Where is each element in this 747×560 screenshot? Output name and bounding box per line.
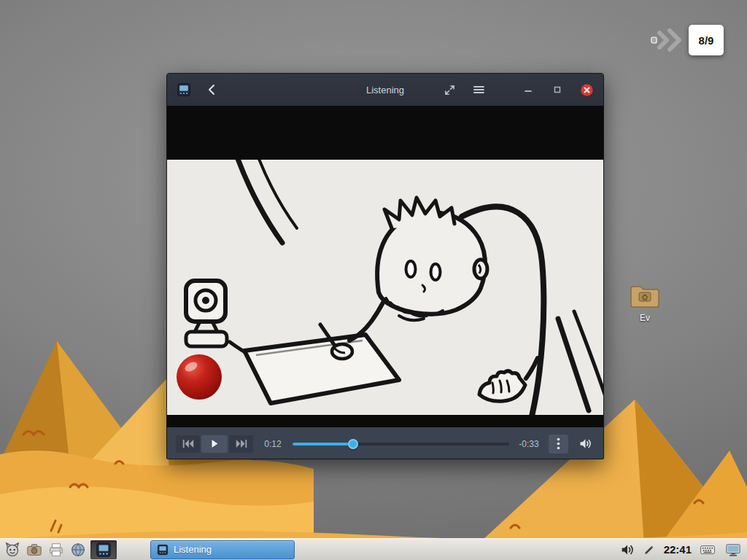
taskbar-launchers (3, 540, 117, 559)
globe-icon (70, 542, 86, 558)
taskbar: Listening 22:41 (0, 538, 747, 560)
printer-icon (48, 542, 64, 558)
elapsed-time: 0:12 (260, 439, 285, 449)
desktop[interactable]: 8/9 Ev (0, 0, 747, 560)
slider-track (293, 443, 509, 446)
back-icon (206, 84, 217, 96)
previous-button[interactable] (176, 435, 200, 453)
browser-app-button[interactable] (69, 540, 88, 559)
next-button[interactable] (229, 435, 253, 453)
pen-icon (644, 544, 655, 555)
restore-button[interactable] (549, 82, 565, 98)
media-player-icon (96, 542, 112, 558)
fullscreen-icon (444, 85, 455, 96)
app-icon (176, 82, 192, 98)
camera-app-button[interactable] (25, 540, 44, 559)
close-icon (581, 84, 593, 96)
overflow-icon (557, 438, 560, 450)
tray-pen-button[interactable] (643, 540, 657, 559)
folder-icon (629, 283, 661, 311)
camera-icon (26, 542, 42, 558)
back-button[interactable] (204, 82, 220, 98)
tray-volume-button[interactable] (619, 540, 636, 559)
tray-display-button[interactable] (724, 540, 743, 559)
tray-keyboard-button[interactable] (698, 540, 717, 559)
close-button[interactable] (578, 82, 595, 98)
restore-icon (553, 85, 562, 94)
media-player-window: Listening (166, 73, 604, 459)
next-icon (235, 439, 248, 448)
volume-button[interactable] (576, 435, 595, 454)
step-indicator: 8/9 (651, 25, 724, 55)
menu-icon (473, 85, 484, 94)
system-tray: 22:41 (619, 540, 744, 559)
media-player-icon (157, 544, 169, 556)
slider-handle[interactable] (348, 439, 358, 449)
overflow-button[interactable] (549, 435, 568, 454)
previous-icon (182, 439, 195, 448)
fullscreen-button[interactable] (441, 82, 457, 98)
window-title: Listening (366, 85, 404, 96)
volume-icon (578, 438, 592, 450)
folder-label: Ev (624, 313, 665, 323)
video-frame-cartoon (167, 160, 604, 415)
minimize-button[interactable] (520, 82, 536, 98)
play-button[interactable] (201, 435, 228, 453)
media-player-taskbar-icon[interactable] (90, 540, 117, 559)
video-area[interactable] (167, 106, 604, 427)
taskbar-task-listening[interactable]: Listening (150, 540, 295, 559)
printer-app-button[interactable] (47, 540, 66, 559)
volume-icon (620, 543, 635, 556)
minimize-icon (524, 85, 533, 94)
slider-fill (293, 443, 353, 446)
player-controls: 0:12 -0:33 (167, 427, 603, 459)
step-badge: 8/9 (689, 25, 724, 55)
remaining-time: -0:33 (516, 439, 541, 449)
play-icon (210, 439, 219, 448)
clock[interactable]: 22:41 (664, 543, 692, 556)
desktop-folder-ev[interactable]: Ev (624, 283, 665, 323)
titlebar[interactable]: Listening (167, 74, 603, 106)
transport-buttons (176, 435, 253, 453)
display-icon (725, 542, 741, 557)
seek-slider[interactable] (293, 437, 509, 451)
task-label: Listening (174, 544, 212, 555)
arrow-icon (651, 28, 683, 52)
keyboard-icon (700, 543, 716, 556)
app-launcher-button[interactable] (3, 540, 22, 559)
menu-button[interactable] (471, 82, 487, 98)
launcher-mascot-icon (4, 542, 20, 558)
